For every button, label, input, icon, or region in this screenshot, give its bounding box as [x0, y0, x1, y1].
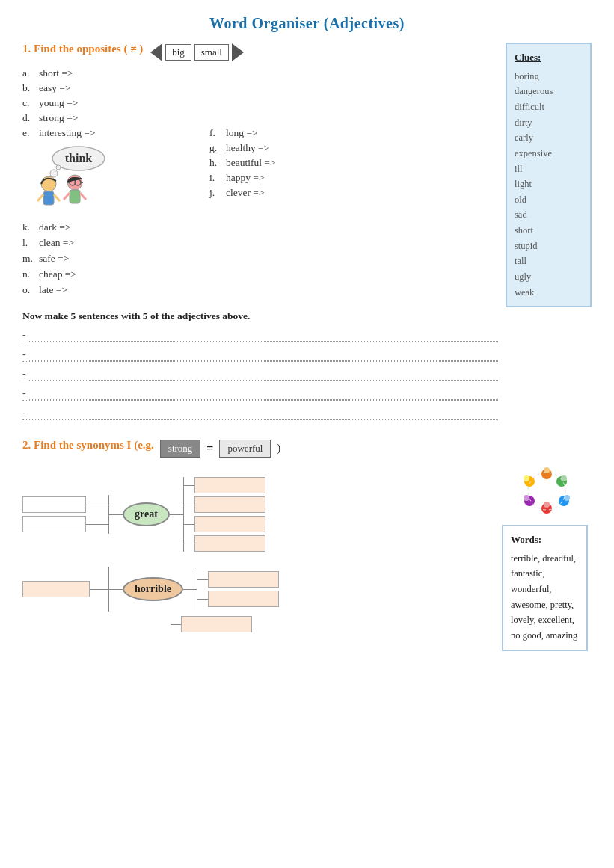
clue-item: light: [515, 176, 583, 192]
list-item: f. long =>: [209, 126, 276, 140]
list-item: e. interesting =>: [22, 126, 157, 140]
clue-item: dirty: [515, 115, 583, 131]
horrible-oval: horrible: [123, 577, 183, 601]
great-oval: great: [123, 502, 170, 526]
svg-point-23: [544, 502, 550, 508]
clue-item: ugly: [515, 269, 583, 285]
sentence-line-3[interactable]: -: [22, 367, 498, 381]
clue-item: old: [515, 192, 583, 208]
sentence-line-5[interactable]: -: [22, 406, 498, 420]
sentence-line-1[interactable]: -: [22, 328, 498, 342]
great-right-box-2: [194, 496, 265, 513]
section1-header: 1. Find the opposites ( ≠ ): [22, 43, 143, 55]
great-left-box-1: [22, 496, 86, 513]
clue-item: short: [515, 223, 583, 238]
words-title: Words:: [511, 532, 579, 548]
example-powerful: powerful: [219, 440, 271, 458]
clue-item: expensive: [515, 146, 583, 161]
section2: 2. Find the synonyms I (e.g. strong = po…: [22, 439, 592, 651]
svg-rect-9: [70, 190, 80, 203]
think-illustration: think: [22, 145, 120, 212]
svg-line-6: [37, 194, 43, 201]
equals-sign: =: [206, 442, 213, 455]
example-word2: small: [194, 44, 229, 61]
great-right-box-3: [194, 516, 265, 532]
page-title: Word Organiser (Adjectives): [22, 15, 592, 32]
clue-item: tall: [515, 253, 583, 269]
list-item: n. cheap =>: [22, 267, 498, 281]
words-box: Words: terrible, dreadful, fantastic, wo…: [502, 525, 588, 651]
svg-text:think: think: [65, 152, 93, 164]
connector-line: [86, 505, 108, 505]
svg-line-11: [80, 193, 86, 200]
svg-point-25: [524, 495, 529, 501]
clues-box: Clues: boring dangerous difficult dirty …: [506, 43, 592, 307]
section2-paren: ): [277, 443, 280, 455]
section2-header: 2. Find the synonyms I (e.g.: [22, 439, 154, 452]
list-item: i. happy =>: [209, 170, 276, 185]
clue-item: early: [515, 130, 583, 146]
example-word1: big: [165, 44, 191, 61]
clue-item: weak: [515, 285, 583, 301]
sentence-line-2[interactable]: -: [22, 348, 498, 362]
clue-item: sad: [515, 207, 583, 223]
list-item: h. beautiful =>: [209, 156, 276, 170]
svg-point-19: [561, 475, 567, 481]
clues-title: Clues:: [515, 50, 583, 66]
great-right-box-1: [194, 477, 265, 493]
synonyms-header: 2. Find the synonyms I (e.g. strong = po…: [22, 439, 592, 458]
list-item: j. clever =>: [209, 185, 276, 200]
list-item: b. easy =>: [22, 81, 157, 95]
list-item: k. dark =>: [22, 220, 498, 234]
example-strong: strong: [160, 440, 201, 458]
svg-point-27: [524, 475, 529, 481]
svg-point-21: [564, 495, 570, 501]
horrible-left-box-1: [22, 581, 90, 597]
list-item: d. strong =>: [22, 111, 157, 125]
svg-rect-5: [43, 191, 54, 205]
h-from-oval: [170, 514, 183, 515]
horrible-bottom-box: [181, 616, 252, 632]
sentence-line-4[interactable]: -: [22, 387, 498, 401]
list-item: g. healthy =>: [209, 141, 276, 155]
sentence-instruction: Now make 5 sentences with 5 of the adjec…: [22, 310, 498, 322]
clue-item: stupid: [515, 238, 583, 254]
list-item: c. young =>: [22, 96, 157, 110]
great-right-box-4: [194, 535, 265, 552]
svg-line-10: [64, 193, 70, 200]
horrible-right-box-1: [208, 571, 279, 588]
arrow-left-icon: [150, 43, 162, 61]
clues-list: boring dangerous difficult dirty early e…: [515, 69, 583, 300]
words-content: terrible, dreadful, fantastic, wonderful…: [511, 551, 579, 644]
clue-item: boring: [515, 69, 583, 84]
horrible-right-box-2: [208, 591, 279, 607]
clue-item: ill: [515, 161, 583, 177]
clue-item: difficult: [515, 99, 583, 115]
svg-point-2: [56, 165, 61, 170]
people-icon: [513, 465, 580, 517]
bottom-right-panel: Words: terrible, dreadful, fantastic, wo…: [502, 465, 592, 651]
think-image: think: [22, 145, 120, 212]
list-item: a. short =>: [22, 66, 157, 80]
list-item: o. late =>: [22, 283, 498, 297]
arrow-example: big small: [150, 43, 244, 61]
svg-point-3: [50, 170, 58, 177]
h-to-oval: [109, 514, 123, 515]
list-item: m. safe =>: [22, 251, 498, 265]
svg-line-7: [54, 194, 60, 201]
great-left-box-2: [22, 516, 86, 532]
connector-line: [86, 524, 108, 525]
clue-item: dangerous: [515, 84, 583, 99]
arrow-right-icon: [232, 43, 244, 61]
list-item: l. clean =>: [22, 236, 498, 250]
sentence-section: Now make 5 sentences with 5 of the adjec…: [22, 310, 498, 420]
